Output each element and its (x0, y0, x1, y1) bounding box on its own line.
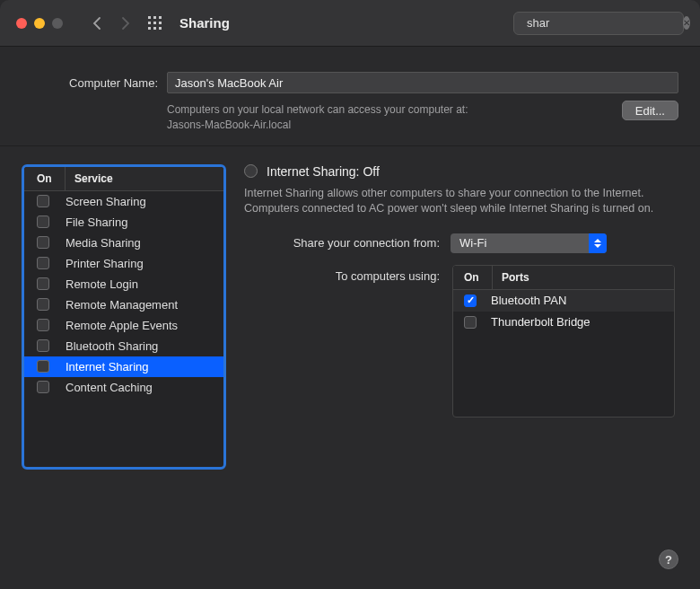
service-checkbox[interactable] (37, 339, 49, 352)
service-checkbox[interactable] (37, 215, 49, 228)
ports-list[interactable]: On Ports Bluetooth PANThunderbolt Bridge (452, 265, 675, 418)
service-row[interactable]: Remote Management (24, 294, 223, 315)
window-controls (16, 18, 63, 29)
service-checkbox[interactable] (37, 195, 49, 207)
service-checkbox[interactable] (37, 298, 49, 311)
service-label: Internet Sharing (66, 360, 149, 374)
share-from-select[interactable]: Wi-Fi (451, 233, 607, 253)
port-row[interactable]: Thunderbolt Bridge (453, 312, 674, 333)
ports-header-on: On (453, 266, 493, 289)
service-row[interactable]: Remote Apple Events (24, 315, 223, 336)
port-label: Thunderbolt Bridge (491, 315, 591, 329)
detail-title: Internet Sharing: Off (267, 164, 380, 179)
svg-rect-8 (159, 27, 162, 30)
svg-rect-3 (148, 22, 151, 24)
window-title: Sharing (179, 15, 230, 31)
service-row[interactable]: Screen Sharing (24, 191, 223, 212)
service-row[interactable]: Bluetooth Sharing (24, 336, 223, 356)
service-label: File Sharing (66, 215, 127, 229)
status-indicator-icon (244, 164, 258, 178)
service-label: Remote Management (66, 298, 178, 312)
search-field-wrap[interactable]: ✕ (513, 12, 684, 35)
clear-search-button[interactable]: ✕ (683, 16, 690, 30)
edit-hostname-button[interactable]: Edit... (622, 101, 678, 120)
service-row[interactable]: File Sharing (24, 212, 223, 233)
service-label: Remote Login (66, 277, 138, 291)
detail-description: Internet Sharing allows other computers … (244, 186, 678, 217)
computer-name-description: Computers on your local network can acce… (167, 102, 608, 133)
service-row[interactable]: Media Sharing (24, 233, 223, 253)
titlebar: Sharing ✕ (0, 0, 700, 47)
service-label: Printer Sharing (66, 257, 144, 270)
svg-rect-0 (148, 16, 151, 19)
select-arrows-icon (589, 233, 607, 253)
ports-header-ports: Ports (493, 266, 538, 289)
service-checkbox[interactable] (37, 381, 49, 393)
service-checkbox[interactable] (37, 277, 49, 290)
services-header: On Service (24, 167, 223, 191)
svg-rect-2 (159, 16, 162, 19)
to-computers-label: To computers using: (244, 266, 440, 283)
back-button[interactable] (86, 13, 108, 34)
search-input[interactable] (527, 16, 678, 30)
forward-button[interactable] (115, 13, 136, 34)
svg-rect-5 (159, 22, 162, 24)
computer-name-section: Computer Name: Computers on your local n… (0, 47, 700, 146)
ports-header: On Ports (453, 266, 674, 290)
computer-name-label: Computer Name: (22, 76, 158, 90)
service-checkbox[interactable] (37, 319, 49, 331)
service-checkbox[interactable] (37, 360, 49, 373)
service-label: Content Caching (66, 381, 153, 394)
show-all-icon[interactable] (147, 15, 163, 31)
services-list[interactable]: On Service Screen SharingFile SharingMed… (22, 164, 226, 470)
service-label: Remote Apple Events (66, 319, 178, 332)
minimize-window-button[interactable] (34, 18, 45, 29)
service-checkbox[interactable] (37, 257, 49, 269)
service-checkbox[interactable] (37, 236, 49, 249)
service-label: Bluetooth Sharing (66, 339, 158, 353)
svg-rect-7 (153, 27, 156, 30)
service-row[interactable]: Remote Login (24, 274, 223, 294)
port-label: Bluetooth PAN (491, 294, 566, 307)
zoom-window-button[interactable] (52, 18, 63, 29)
share-from-value: Wi-Fi (459, 236, 486, 250)
svg-rect-1 (153, 16, 156, 19)
service-detail-pane: Internet Sharing: Off Internet Sharing a… (244, 164, 678, 470)
port-checkbox[interactable] (464, 294, 477, 307)
svg-rect-6 (148, 27, 151, 30)
port-row[interactable]: Bluetooth PAN (453, 290, 674, 312)
service-label: Media Sharing (66, 236, 141, 250)
port-checkbox[interactable] (464, 316, 477, 329)
service-row[interactable]: Printer Sharing (24, 253, 223, 274)
svg-rect-4 (153, 22, 156, 24)
service-row[interactable]: Content Caching (24, 377, 223, 398)
close-window-button[interactable] (16, 18, 27, 29)
service-row[interactable]: Internet Sharing (24, 356, 223, 377)
service-label: Screen Sharing (66, 195, 146, 208)
help-button[interactable]: ? (659, 549, 678, 569)
services-header-on: On (24, 167, 66, 190)
services-header-service: Service (66, 167, 122, 190)
share-from-label: Share your connection from: (244, 236, 440, 250)
main-area: On Service Screen SharingFile SharingMed… (0, 146, 700, 488)
computer-name-input[interactable] (167, 72, 678, 93)
